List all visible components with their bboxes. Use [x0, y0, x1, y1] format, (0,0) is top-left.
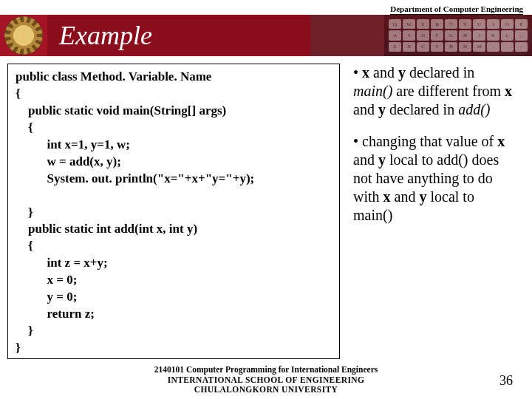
footer-university: CHULALONGKORN UNIVERSITY — [0, 385, 532, 395]
text: • changing that value of — [353, 133, 497, 149]
notes-column: • x and y declared in main() are differe… — [353, 64, 516, 359]
keyboard-decoration: QWERTYUIOP ASDFGHJKL; ZXCVBNM,./ — [384, 15, 532, 56]
note-2: • changing that value of x and y local t… — [353, 132, 516, 225]
footer-course: 2140101 Computer Programming for Interna… — [0, 365, 532, 375]
var-x: x — [497, 133, 505, 149]
var-y: y — [378, 151, 386, 168]
var-x: x — [362, 64, 369, 81]
text: declared in — [386, 101, 458, 117]
code-block: public class Method. Variable. Name { pu… — [7, 64, 340, 359]
fn-add: add() — [458, 101, 490, 117]
footer-school: INTERNATIONAL SCHOOL OF ENGINEERING — [0, 375, 532, 385]
bullet: • — [353, 64, 362, 81]
slide-title: Example — [59, 20, 152, 51]
title-banner: Example QWERTYUIOP ASDFGHJKL; ZXCVBNM,./ — [0, 15, 532, 56]
content-area: public class Method. Variable. Name { pu… — [7, 64, 525, 359]
page-number: 36 — [499, 373, 513, 389]
text: and — [353, 101, 378, 117]
fn-main: main() — [353, 83, 392, 99]
text: are different from — [392, 83, 505, 99]
university-seal-icon — [4, 16, 43, 55]
department-label: Department of Computer Engineering — [390, 4, 523, 15]
text: declared in — [406, 64, 474, 81]
var-x: x — [383, 188, 391, 205]
note-1: • x and y declared in main() are differe… — [353, 64, 516, 119]
var-y: y — [419, 188, 426, 205]
var-y: y — [378, 101, 386, 117]
footer: 2140101 Computer Programming for Interna… — [0, 365, 532, 395]
text: and — [369, 64, 398, 81]
text: and — [391, 188, 420, 205]
var-y: y — [398, 64, 406, 81]
text: and — [353, 151, 378, 168]
var-x: x — [505, 83, 512, 99]
